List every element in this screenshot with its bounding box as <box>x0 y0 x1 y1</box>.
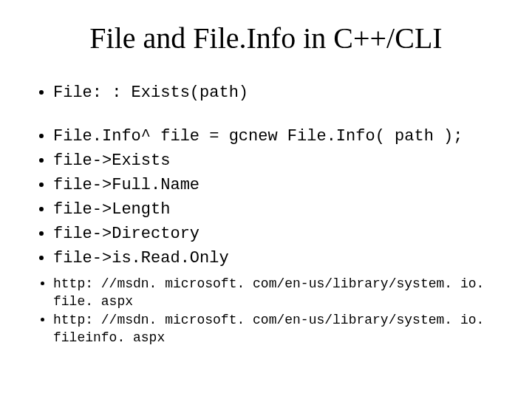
bullet-list: File.Info^ file = gcnew File.Info( path … <box>34 124 502 270</box>
bullet-item: file->Full.Name <box>53 173 502 197</box>
bullet-item: file->Length <box>53 197 502 222</box>
bullet-link: http: //msdn. microsoft. com/en-us/libra… <box>53 311 502 347</box>
spacer <box>30 105 502 124</box>
bullet-item: file->is.Read.Only <box>53 246 502 270</box>
bullet-list: File: : Exists(path) <box>34 81 502 105</box>
bullet-item: File.Info^ file = gcnew File.Info( path … <box>53 124 502 149</box>
bullet-item: file->Directory <box>53 222 502 246</box>
bullet-list-links: http: //msdn. microsoft. com/en-us/libra… <box>34 275 502 347</box>
bullet-item: file->Exists <box>53 149 502 173</box>
bullet-link: http: //msdn. microsoft. com/en-us/libra… <box>53 275 502 311</box>
slide-title: File and File.Info in C++/CLI <box>30 21 502 55</box>
slide: File and File.Info in C++/CLI File: : Ex… <box>0 0 532 399</box>
bullet-item: File: : Exists(path) <box>53 81 502 105</box>
